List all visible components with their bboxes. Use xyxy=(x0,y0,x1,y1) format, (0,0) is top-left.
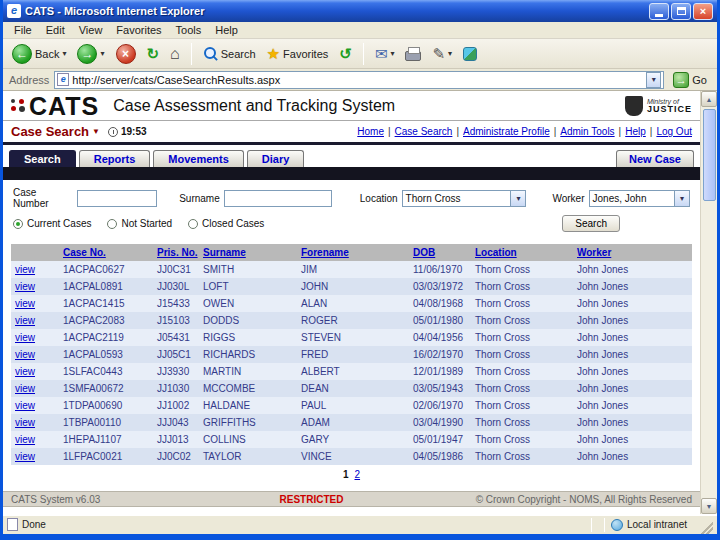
col-surname[interactable]: Surname xyxy=(199,244,297,261)
status-separator xyxy=(604,518,605,532)
worker-select[interactable]: Jones, John ▾ xyxy=(589,190,690,207)
home-icon: ⌂ xyxy=(170,45,180,63)
nav-separator: | xyxy=(456,126,459,137)
view-link[interactable]: view xyxy=(15,383,35,394)
tab-search[interactable]: Search xyxy=(9,150,76,167)
cell-dob: 16/02/1970 xyxy=(409,346,471,363)
col-worker[interactable]: Worker xyxy=(573,244,692,261)
forward-button[interactable]: → ▾ xyxy=(74,43,107,65)
col-location[interactable]: Location xyxy=(471,244,573,261)
nav-administrate-profile[interactable]: Administrate Profile xyxy=(463,126,550,137)
favorites-button[interactable]: ★ Favorites xyxy=(264,44,332,64)
nav-home[interactable]: Home xyxy=(357,126,384,137)
maximize-button[interactable] xyxy=(671,3,691,20)
scrollbar-thumb[interactable] xyxy=(703,109,716,201)
cell-worker: John Jones xyxy=(573,312,692,329)
view-link[interactable]: view xyxy=(15,400,35,411)
view-link[interactable]: view xyxy=(15,281,35,292)
cell-surname: HALDANE xyxy=(199,397,297,414)
scroll-down-button[interactable]: ▼ xyxy=(701,498,717,514)
view-cell: view xyxy=(11,380,59,397)
radio-closed-cases[interactable]: Closed Cases xyxy=(188,218,264,229)
browser-toolbar: ← Back ▾ → ▾ × ↻ ⌂ Search ★ Favorites ↺ xyxy=(3,39,717,69)
cell-case-no: 1SLFAC0443 xyxy=(59,363,153,380)
nav-case-search[interactable]: Case Search xyxy=(395,126,453,137)
cell-pris-no: JJ3930 xyxy=(153,363,199,380)
col-dob[interactable]: DOB xyxy=(409,244,471,261)
vertical-scrollbar[interactable]: ▲ ▼ xyxy=(700,91,717,514)
tab-diary[interactable]: Diary xyxy=(247,150,305,167)
view-link[interactable]: view xyxy=(15,332,35,343)
view-link[interactable]: view xyxy=(15,366,35,377)
view-link[interactable]: view xyxy=(15,315,35,326)
cell-dob: 12/01/1989 xyxy=(409,363,471,380)
worker-label: Worker xyxy=(552,193,584,204)
mail-icon: ✉ xyxy=(375,45,388,63)
edit-button[interactable]: ✎ ▾ xyxy=(429,44,455,64)
new-case-button[interactable]: New Case xyxy=(616,150,694,167)
worker-dropdown-icon: ▾ xyxy=(674,191,689,206)
view-link[interactable]: view xyxy=(15,451,35,462)
tab-reports[interactable]: Reports xyxy=(79,150,151,167)
stop-button[interactable]: × xyxy=(113,43,139,65)
cell-dob: 05/01/1980 xyxy=(409,312,471,329)
messenger-button[interactable] xyxy=(460,46,480,62)
refresh-button[interactable]: ↻ xyxy=(144,44,163,64)
home-button[interactable]: ⌂ xyxy=(167,44,183,64)
favorites-label: Favorites xyxy=(283,48,328,60)
results-table-wrap: Case No. Pris. No. Surname Forename DOB … xyxy=(3,236,700,465)
view-link[interactable]: view xyxy=(15,298,35,309)
print-button[interactable] xyxy=(402,45,424,62)
cell-pris-no: JJ0C31 xyxy=(153,261,199,278)
cell-dob: 11/06/1970 xyxy=(409,261,471,278)
address-input[interactable] xyxy=(72,74,643,86)
view-link[interactable]: view xyxy=(15,417,35,428)
resize-grip[interactable] xyxy=(701,522,713,534)
table-row: view1ACPAL0891JJ030LLOFTJOHN03/03/1972Th… xyxy=(11,278,692,295)
radio-not-started[interactable]: Not Started xyxy=(107,218,172,229)
table-header-row: Case No. Pris. No. Surname Forename DOB … xyxy=(11,244,692,261)
cell-forename: ALBERT xyxy=(297,363,409,380)
minimize-button[interactable] xyxy=(649,3,669,20)
col-case-no[interactable]: Case No. xyxy=(59,244,153,261)
search-button[interactable]: Search xyxy=(562,215,620,232)
address-dropdown-icon[interactable]: ▾ xyxy=(646,72,661,88)
view-link[interactable]: view xyxy=(15,349,35,360)
cell-dob: 02/06/1970 xyxy=(409,397,471,414)
radio-closed-cases-icon xyxy=(188,219,198,229)
back-dropdown-icon: ▾ xyxy=(62,49,66,58)
menu-view[interactable]: View xyxy=(72,23,110,37)
history-button[interactable]: ↺ xyxy=(336,44,355,64)
search-toolbar-button[interactable]: Search xyxy=(200,45,259,62)
nav-log-out[interactable]: Log Out xyxy=(656,126,692,137)
back-button[interactable]: ← Back ▾ xyxy=(9,43,69,65)
surname-input[interactable] xyxy=(224,190,332,207)
tab-movements[interactable]: Movements xyxy=(153,150,244,167)
menu-file[interactable]: File xyxy=(7,23,39,37)
menu-help[interactable]: Help xyxy=(208,23,245,37)
radio-current-cases[interactable]: Current Cases xyxy=(13,218,91,229)
col-pris-no[interactable]: Pris. No. xyxy=(153,244,199,261)
pagination: 12 xyxy=(3,465,700,484)
menu-tools[interactable]: Tools xyxy=(169,23,209,37)
location-select[interactable]: Thorn Cross ▾ xyxy=(402,190,527,207)
cell-case-no: 1TBPA00110 xyxy=(59,414,153,431)
case-number-input[interactable] xyxy=(77,190,157,207)
table-row: view1ACPAC2119J05431RIGGSSTEVEN04/04/195… xyxy=(11,329,692,346)
col-forename[interactable]: Forename xyxy=(297,244,409,261)
go-label: Go xyxy=(692,74,707,86)
back-icon: ← xyxy=(12,44,32,64)
nav-admin-tools[interactable]: Admin Tools xyxy=(560,126,614,137)
menu-favorites[interactable]: Favorites xyxy=(109,23,168,37)
page-number-2-link[interactable]: 2 xyxy=(355,469,361,480)
close-button[interactable]: × xyxy=(693,3,713,20)
mail-button[interactable]: ✉ ▾ xyxy=(372,44,398,64)
go-button[interactable]: → Go xyxy=(669,71,711,89)
nav-help[interactable]: Help xyxy=(625,126,646,137)
view-link[interactable]: view xyxy=(15,434,35,445)
view-link[interactable]: view xyxy=(15,264,35,275)
menu-edit[interactable]: Edit xyxy=(39,23,72,37)
toolbar-separator xyxy=(191,43,192,65)
scroll-up-button[interactable]: ▲ xyxy=(701,91,717,107)
cell-worker: John Jones xyxy=(573,363,692,380)
